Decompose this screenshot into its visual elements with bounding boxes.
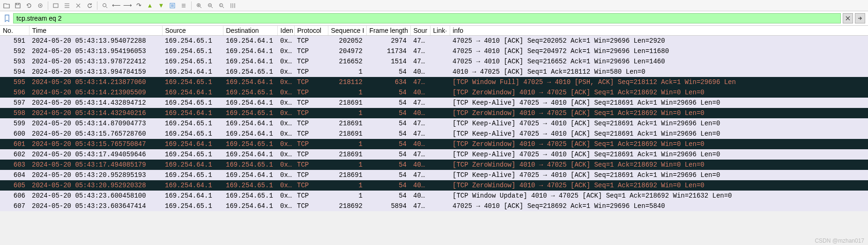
cell-link [430, 139, 450, 149]
cell-destination: 169.254.65.1 [223, 180, 277, 191]
toggle1-icon[interactable] [168, 1, 177, 10]
col-source[interactable]: Source [162, 26, 223, 36]
cell-no: 605 [0, 180, 29, 191]
col-link[interactable]: Link· [430, 26, 450, 36]
cell-time: 2024-05-20 05:43:13.994784159 [29, 67, 162, 77]
refresh-icon[interactable] [85, 1, 94, 10]
resize-cols-icon[interactable] [228, 1, 237, 10]
options-icon[interactable] [36, 1, 45, 10]
packet-table-header[interactable]: No. Time Source Destination Iden Protoco… [0, 26, 868, 36]
col-info[interactable]: info [450, 26, 868, 36]
col-time[interactable]: Time [29, 26, 162, 36]
cell-time: 2024-05-20 05:43:14.213877060 [29, 77, 162, 87]
table-row[interactable]: 6032024-05-20 05:43:17.494085179169.254.… [0, 160, 868, 170]
apply-filter-button[interactable] [855, 13, 865, 23]
reload-icon[interactable] [24, 1, 34, 10]
cell-frame-length: 5894 [366, 201, 410, 211]
cell-link [430, 77, 450, 87]
zoom-reset-icon[interactable]: 1 [217, 1, 226, 10]
cell-frame-length: 54 [366, 87, 410, 98]
packet-list[interactable]: No. Time Source Destination Iden Protoco… [0, 26, 868, 211]
table-row[interactable]: 6022024-05-20 05:43:17.494059646169.254.… [0, 149, 868, 160]
up-icon[interactable]: ▲ [145, 1, 155, 10]
save-icon[interactable] [13, 1, 22, 10]
cell-sequence: 218691 [328, 170, 366, 180]
cell-info: [TCP Keep-Alive] 47025 → 4010 [ACK] Seq=… [450, 118, 868, 129]
cell-protocol: TCP [294, 87, 328, 98]
table-row[interactable]: 5952024-05-20 05:43:14.213877060169.254.… [0, 77, 868, 87]
col-identification[interactable]: Iden [277, 26, 294, 36]
open-file-icon[interactable] [2, 1, 11, 10]
cell-source: 169.254.65.1 [162, 77, 223, 87]
cell-source-port: 47… [410, 129, 430, 139]
cell-info: [TCP ZeroWindow] 4010 → 47025 [ACK] Seq=… [450, 160, 868, 170]
cell-no: 603 [0, 160, 29, 170]
table-row[interactable]: 6072024-05-20 05:43:23.603647414169.254.… [0, 201, 868, 211]
table-row[interactable]: 5922024-05-20 05:43:13.954196053169.254.… [0, 46, 868, 56]
cell-protocol: TCP [294, 191, 328, 201]
cell-link [430, 149, 450, 160]
table-row[interactable]: 5912024-05-20 05:43:13.954072288169.254.… [0, 36, 868, 46]
col-no[interactable]: No. [0, 26, 29, 36]
down-icon[interactable]: ▼ [156, 1, 166, 10]
table-row[interactable]: 5992024-05-20 05:43:14.870904773169.254.… [0, 118, 868, 129]
toggle2-icon[interactable] [179, 1, 188, 10]
list-icon[interactable] [62, 1, 72, 10]
zoom-in-icon[interactable] [194, 1, 204, 10]
col-protocol[interactable]: Protocol [294, 26, 328, 36]
find-icon[interactable] [100, 1, 110, 10]
table-row[interactable]: 5962024-05-20 05:43:14.213905509169.254.… [0, 87, 868, 98]
cell-protocol: TCP [294, 67, 328, 77]
cell-protocol: TCP [294, 98, 328, 108]
table-row[interactable]: 6052024-05-20 05:43:20.952920328169.254.… [0, 180, 868, 191]
cell-link [430, 129, 450, 139]
cell-source: 169.254.65.1 [162, 46, 223, 56]
packet-table-body[interactable]: 5912024-05-20 05:43:13.954072288169.254.… [0, 36, 868, 212]
cell-protocol: TCP [294, 201, 328, 211]
bookmark-icon[interactable] [3, 14, 11, 23]
cell-protocol: TCP [294, 180, 328, 191]
display-filter-input[interactable] [13, 13, 841, 23]
rect-icon[interactable] [51, 1, 60, 10]
cell-destination: 169.254.65.1 [223, 191, 277, 201]
cell-no: 607 [0, 201, 29, 211]
clear-filter-button[interactable] [843, 13, 853, 23]
table-row[interactable]: 6062024-05-20 05:43:23.600458100169.254.… [0, 191, 868, 201]
close-x-icon[interactable] [74, 1, 83, 10]
find-next-icon[interactable]: ⟶ [123, 1, 132, 10]
table-row[interactable]: 6012024-05-20 05:43:15.765750847169.254.… [0, 139, 868, 149]
cell-source-port: 40… [410, 67, 430, 77]
cell-no: 595 [0, 77, 29, 87]
find-prev-icon[interactable]: ⟵ [111, 1, 121, 10]
col-frame-length[interactable]: Frame length [366, 26, 410, 36]
table-row[interactable]: 5982024-05-20 05:43:14.432940216169.254.… [0, 108, 868, 118]
cell-sequence: 1 [328, 108, 366, 118]
zoom-out-icon[interactable] [206, 1, 215, 10]
table-row[interactable]: 5972024-05-20 05:43:14.432894712169.254.… [0, 98, 868, 108]
cell-destination: 169.254.65.1 [223, 87, 277, 98]
cell-source-port: 40… [410, 191, 430, 201]
cell-time: 2024-05-20 05:43:15.765728760 [29, 129, 162, 139]
cell-protocol: TCP [294, 118, 328, 129]
cell-info: [TCP ZeroWindow] 4010 → 47025 [ACK] Seq=… [450, 87, 868, 98]
cell-source: 169.254.65.1 [162, 56, 223, 67]
col-destination[interactable]: Destination [223, 26, 277, 36]
table-row[interactable]: 6002024-05-20 05:43:15.765728760169.254.… [0, 129, 868, 139]
cell-link [430, 56, 450, 67]
cell-no: 599 [0, 118, 29, 129]
col-sequence[interactable]: Sequence I [328, 26, 366, 36]
cell-destination: 169.254.64.1 [223, 46, 277, 56]
cell-link [430, 98, 450, 108]
packet-table[interactable]: No. Time Source Destination Iden Protoco… [0, 26, 868, 211]
table-row[interactable]: 5942024-05-20 05:43:13.994784159169.254.… [0, 67, 868, 77]
goto-icon[interactable]: ↷ [134, 1, 143, 10]
cell-info: 47025 → 4010 [ACK] Seq=204972 Ack=1 Win=… [450, 46, 868, 56]
cell-frame-length: 54 [366, 98, 410, 108]
cell-no: 594 [0, 67, 29, 77]
col-source-port[interactable]: Sour [410, 26, 430, 36]
table-row[interactable]: 6042024-05-20 05:43:20.952895193169.254.… [0, 170, 868, 180]
cell-frame-length: 2974 [366, 36, 410, 46]
cell-identification: 0x… [277, 139, 294, 149]
cell-source-port: 47… [410, 77, 430, 87]
table-row[interactable]: 5932024-05-20 05:43:13.978722412169.254.… [0, 56, 868, 67]
